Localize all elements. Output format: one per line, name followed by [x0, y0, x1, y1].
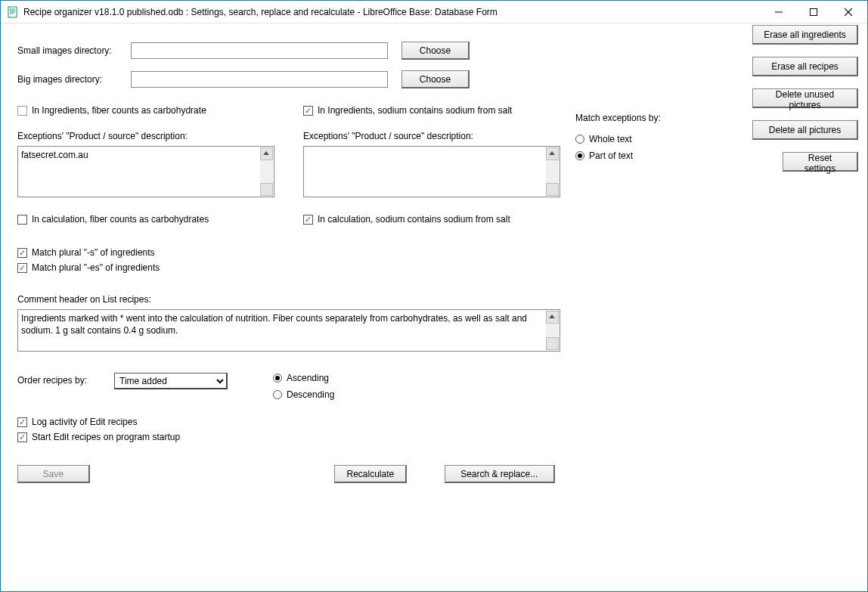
- choose-big-button[interactable]: Choose: [401, 70, 470, 88]
- app-icon: [7, 6, 19, 18]
- close-button[interactable]: [831, 1, 866, 23]
- radio-icon: [273, 373, 282, 383]
- checkbox-icon: ✓: [303, 215, 313, 225]
- exceptions-left-text: fatsecret.com.au: [18, 147, 274, 163]
- plural-es-label: Match plural "-es" of ingredients: [32, 262, 160, 273]
- titlebar: Recipe organizer v18.1.0 published.odb :…: [1, 1, 867, 23]
- recalculate-button[interactable]: Recalculate: [334, 465, 407, 483]
- sodium-ingredients-label: In Ingredients, sodium contains sodium f…: [318, 105, 512, 116]
- descending-label: Descending: [287, 389, 334, 400]
- exceptions-left-textarea[interactable]: fatsecret.com.au: [17, 146, 274, 197]
- checkbox-icon: ✓: [303, 106, 313, 116]
- checkbox-icon: ✓: [17, 417, 27, 427]
- big-images-dir-input[interactable]: [131, 71, 388, 88]
- minimize-button[interactable]: [761, 1, 796, 23]
- small-images-dir-input[interactable]: [131, 42, 388, 59]
- order-by-select[interactable]: Time added: [114, 373, 228, 389]
- checkbox-icon: ✓: [17, 263, 27, 273]
- part-of-text-label: Part of text: [589, 150, 633, 161]
- sodium-ingredients-checkbox[interactable]: ✓ In Ingredients, sodium contains sodium…: [303, 105, 589, 116]
- exceptions-left-label: Exceptions' "Product / source" descripti…: [17, 131, 188, 141]
- scrollbar[interactable]: [546, 147, 559, 196]
- start-on-startup-label: Start Edit recipes on program startup: [32, 432, 180, 442]
- descending-radio[interactable]: Descending: [273, 389, 334, 400]
- ascending-radio[interactable]: Ascending: [273, 373, 334, 383]
- search-replace-button[interactable]: Search & replace...: [445, 465, 555, 483]
- fiber-calc-label: In calculation, fiber counts as carbohyd…: [32, 214, 209, 225]
- checkbox-icon: [17, 106, 27, 116]
- svg-rect-6: [811, 8, 817, 15]
- big-images-dir-label: Big images directory:: [17, 74, 131, 85]
- maximize-button[interactable]: [796, 1, 831, 23]
- choose-small-button[interactable]: Choose: [401, 42, 470, 60]
- checkbox-icon: [17, 215, 27, 225]
- erase-recipes-button[interactable]: Erase all recipes: [752, 57, 858, 76]
- match-exceptions-label: Match exceptions by:: [575, 113, 661, 123]
- whole-text-radio[interactable]: Whole text: [575, 134, 661, 144]
- comment-header-text: Ingredients marked with * went into the …: [18, 310, 560, 339]
- erase-ingredients-button[interactable]: Erase all ingredients: [752, 25, 858, 45]
- reset-settings-button[interactable]: Reset settings: [783, 152, 858, 172]
- fiber-ingredients-label: In Ingredients, fiber counts as carbohyd…: [32, 105, 206, 116]
- checkbox-icon: ✓: [17, 432, 27, 442]
- comment-header-label: Comment header on List recipes:: [17, 294, 151, 305]
- radio-icon: [575, 151, 584, 160]
- delete-all-pictures-button[interactable]: Delete all pictures: [752, 120, 858, 140]
- delete-unused-pictures-button[interactable]: Delete unused pictures: [752, 88, 858, 108]
- small-images-dir-label: Small images directory:: [17, 45, 131, 56]
- ascending-label: Ascending: [287, 373, 329, 383]
- exceptions-right-textarea[interactable]: [303, 146, 560, 197]
- window-title: Recipe organizer v18.1.0 published.odb :…: [23, 7, 498, 17]
- whole-text-label: Whole text: [589, 134, 632, 144]
- start-on-startup-checkbox[interactable]: ✓ Start Edit recipes on program startup: [17, 432, 851, 442]
- fiber-calc-checkbox[interactable]: In calculation, fiber counts as carbohyd…: [17, 214, 303, 225]
- sodium-calc-label: In calculation, sodium contains sodium f…: [318, 214, 510, 225]
- radio-icon: [575, 135, 584, 144]
- checkbox-icon: ✓: [17, 248, 27, 258]
- save-button[interactable]: Save: [17, 465, 90, 483]
- exceptions-right-label: Exceptions' "Product / source" descripti…: [303, 131, 473, 141]
- part-of-text-radio[interactable]: Part of text: [575, 150, 661, 161]
- log-activity-label: Log activity of Edit recipes: [32, 417, 137, 427]
- fiber-ingredients-checkbox[interactable]: In Ingredients, fiber counts as carbohyd…: [17, 105, 303, 116]
- plural-s-label: Match plural "-s" of ingredients: [32, 247, 155, 258]
- exceptions-right-text: [304, 147, 560, 151]
- scrollbar[interactable]: [260, 147, 273, 196]
- scrollbar[interactable]: [546, 311, 559, 350]
- radio-icon: [273, 390, 282, 399]
- plural-s-checkbox[interactable]: ✓ Match plural "-s" of ingredients: [17, 247, 851, 258]
- order-by-label: Order recipes by:: [17, 373, 114, 386]
- comment-header-textarea[interactable]: Ingredients marked with * went into the …: [17, 309, 560, 352]
- plural-es-checkbox[interactable]: ✓ Match plural "-es" of ingredients: [17, 262, 851, 273]
- sodium-calc-checkbox[interactable]: ✓ In calculation, sodium contains sodium…: [303, 214, 589, 225]
- log-activity-checkbox[interactable]: ✓ Log activity of Edit recipes: [17, 417, 851, 427]
